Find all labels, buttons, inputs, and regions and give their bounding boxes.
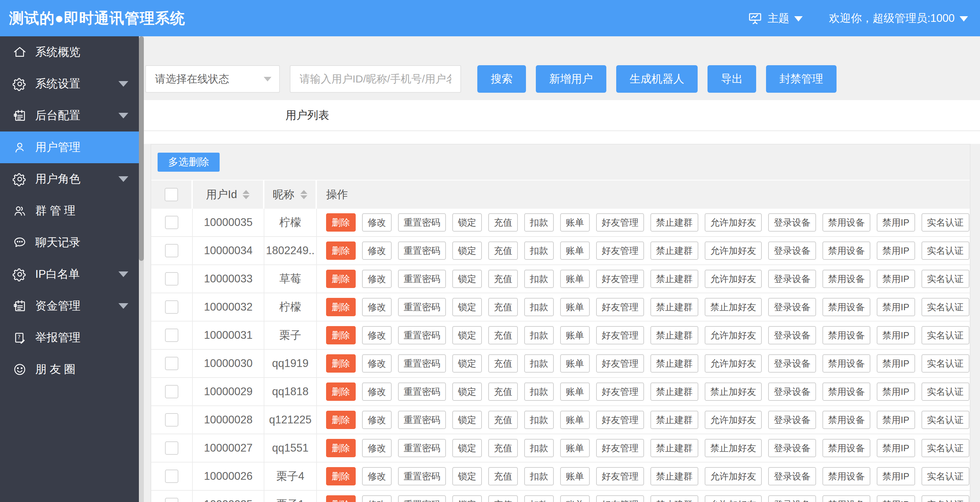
action-forbid-create-group-button[interactable]: 禁止建群 bbox=[651, 241, 698, 260]
action-login-device-button[interactable]: 登录设备 bbox=[768, 495, 816, 502]
sidebar-item-group-management[interactable]: 群 管 理 bbox=[0, 195, 139, 227]
action-disable-device-button[interactable]: 禁用设备 bbox=[822, 298, 870, 316]
action-friend-add-permission-button[interactable]: 禁止加好友 bbox=[705, 439, 762, 457]
action-delete-button[interactable]: 删除 bbox=[326, 241, 356, 260]
action-lock-button[interactable]: 锁定 bbox=[452, 354, 482, 373]
action-delete-button[interactable]: 删除 bbox=[326, 213, 356, 232]
action-friend-manage-button[interactable]: 好友管理 bbox=[596, 467, 644, 485]
action-deduct-button[interactable]: 扣款 bbox=[524, 411, 554, 429]
action-recharge-button[interactable]: 充值 bbox=[488, 467, 518, 485]
action-disable-device-button[interactable]: 禁用设备 bbox=[822, 439, 870, 457]
action-forbid-create-group-button[interactable]: 禁止建群 bbox=[651, 495, 698, 502]
action-recharge-button[interactable]: 充值 bbox=[488, 213, 518, 232]
action-delete-button[interactable]: 删除 bbox=[326, 467, 356, 485]
sort-icon[interactable] bbox=[300, 190, 307, 199]
action-delete-button[interactable]: 删除 bbox=[326, 383, 356, 401]
action-edit-button[interactable]: 修改 bbox=[362, 326, 391, 345]
action-disable-device-button[interactable]: 禁用设备 bbox=[822, 495, 870, 502]
action-bill-button[interactable]: 账单 bbox=[560, 354, 590, 373]
action-edit-button[interactable]: 修改 bbox=[362, 241, 391, 260]
action-login-device-button[interactable]: 登录设备 bbox=[768, 326, 816, 345]
action-edit-button[interactable]: 修改 bbox=[362, 439, 391, 457]
action-lock-button[interactable]: 锁定 bbox=[452, 411, 482, 429]
action-delete-button[interactable]: 删除 bbox=[326, 298, 356, 316]
row-checkbox[interactable] bbox=[165, 357, 178, 370]
action-lock-button[interactable]: 锁定 bbox=[452, 383, 482, 401]
action-delete-button[interactable]: 删除 bbox=[326, 270, 356, 288]
action-bill-button[interactable]: 账单 bbox=[560, 383, 590, 401]
row-checkbox[interactable] bbox=[165, 413, 178, 427]
action-reset-password-button[interactable]: 重置密码 bbox=[398, 213, 446, 232]
action-login-device-button[interactable]: 登录设备 bbox=[768, 298, 816, 316]
action-delete-button[interactable]: 删除 bbox=[326, 354, 356, 373]
action-edit-button[interactable]: 修改 bbox=[362, 354, 391, 373]
sidebar-item-report-management[interactable]: ? 举报管理 bbox=[0, 322, 139, 354]
action-friend-add-permission-button[interactable]: 允许加好友 bbox=[705, 495, 762, 502]
action-friend-add-permission-button[interactable]: 允许加好友 bbox=[705, 241, 762, 260]
action-friend-add-permission-button[interactable]: 允许加好友 bbox=[705, 467, 762, 485]
action-reset-password-button[interactable]: 重置密码 bbox=[398, 241, 446, 260]
action-friend-manage-button[interactable]: 好友管理 bbox=[596, 354, 644, 373]
action-forbid-create-group-button[interactable]: 禁止建群 bbox=[651, 467, 698, 485]
action-friend-manage-button[interactable]: 好友管理 bbox=[596, 270, 644, 288]
action-forbid-create-group-button[interactable]: 禁止建群 bbox=[651, 383, 698, 401]
action-lock-button[interactable]: 锁定 bbox=[452, 495, 482, 502]
action-bill-button[interactable]: 账单 bbox=[560, 270, 590, 288]
action-disable-device-button[interactable]: 禁用设备 bbox=[822, 270, 870, 288]
row-checkbox[interactable] bbox=[165, 216, 178, 229]
action-login-device-button[interactable]: 登录设备 bbox=[768, 439, 816, 457]
action-reset-password-button[interactable]: 重置密码 bbox=[398, 411, 446, 429]
column-header-user-id[interactable]: 用户Id bbox=[193, 181, 264, 209]
action-friend-add-permission-button[interactable]: 允许加好友 bbox=[705, 354, 762, 373]
action-bill-button[interactable]: 账单 bbox=[560, 298, 590, 316]
sidebar-item-user-roles[interactable]: 用户角色 bbox=[0, 163, 139, 195]
action-realname-auth-button[interactable]: 实名认证 bbox=[921, 495, 969, 502]
action-lock-button[interactable]: 锁定 bbox=[452, 467, 482, 485]
action-edit-button[interactable]: 修改 bbox=[362, 270, 391, 288]
action-bill-button[interactable]: 账单 bbox=[560, 439, 590, 457]
action-login-device-button[interactable]: 登录设备 bbox=[768, 411, 816, 429]
action-realname-auth-button[interactable]: 实名认证 bbox=[921, 354, 969, 373]
action-lock-button[interactable]: 锁定 bbox=[452, 270, 482, 288]
action-disable-ip-button[interactable]: 禁用IP bbox=[877, 383, 915, 401]
action-friend-manage-button[interactable]: 好友管理 bbox=[596, 439, 644, 457]
action-edit-button[interactable]: 修改 bbox=[362, 467, 391, 485]
sidebar-item-funds-management[interactable]: 资金管理 bbox=[0, 290, 139, 322]
action-disable-device-button[interactable]: 禁用设备 bbox=[822, 326, 870, 345]
ban-manage-button[interactable]: 封禁管理 bbox=[766, 65, 837, 93]
action-forbid-create-group-button[interactable]: 禁止建群 bbox=[651, 354, 698, 373]
action-disable-ip-button[interactable]: 禁用IP bbox=[877, 326, 915, 345]
action-forbid-create-group-button[interactable]: 禁止建群 bbox=[651, 439, 698, 457]
action-forbid-create-group-button[interactable]: 禁止建群 bbox=[651, 270, 698, 288]
action-login-device-button[interactable]: 登录设备 bbox=[768, 467, 816, 485]
action-disable-ip-button[interactable]: 禁用IP bbox=[877, 298, 915, 316]
action-delete-button[interactable]: 删除 bbox=[326, 326, 356, 345]
action-recharge-button[interactable]: 充值 bbox=[488, 495, 518, 502]
export-button[interactable]: 导出 bbox=[708, 65, 756, 93]
action-realname-auth-button[interactable]: 实名认证 bbox=[921, 467, 969, 485]
sidebar-item-chat-records[interactable]: 聊天记录 bbox=[0, 227, 139, 258]
action-reset-password-button[interactable]: 重置密码 bbox=[398, 354, 446, 373]
action-lock-button[interactable]: 锁定 bbox=[452, 439, 482, 457]
row-checkbox[interactable] bbox=[165, 244, 178, 257]
action-realname-auth-button[interactable]: 实名认证 bbox=[921, 213, 969, 232]
action-disable-ip-button[interactable]: 禁用IP bbox=[877, 241, 915, 260]
action-bill-button[interactable]: 账单 bbox=[560, 495, 590, 502]
row-checkbox[interactable] bbox=[165, 470, 178, 483]
action-realname-auth-button[interactable]: 实名认证 bbox=[921, 270, 969, 288]
action-recharge-button[interactable]: 充值 bbox=[488, 411, 518, 429]
action-recharge-button[interactable]: 充值 bbox=[488, 326, 518, 345]
action-realname-auth-button[interactable]: 实名认证 bbox=[921, 326, 969, 345]
action-deduct-button[interactable]: 扣款 bbox=[524, 467, 554, 485]
theme-menu[interactable]: 主题 bbox=[748, 11, 803, 26]
action-forbid-create-group-button[interactable]: 禁止建群 bbox=[651, 298, 698, 316]
sidebar-item-ip-whitelist[interactable]: IP白名单 bbox=[0, 258, 139, 290]
action-login-device-button[interactable]: 登录设备 bbox=[768, 270, 816, 288]
action-forbid-create-group-button[interactable]: 禁止建群 bbox=[651, 411, 698, 429]
action-deduct-button[interactable]: 扣款 bbox=[524, 326, 554, 345]
action-disable-device-button[interactable]: 禁用设备 bbox=[822, 383, 870, 401]
action-recharge-button[interactable]: 充值 bbox=[488, 270, 518, 288]
search-button[interactable]: 搜索 bbox=[477, 65, 526, 93]
action-recharge-button[interactable]: 充值 bbox=[488, 241, 518, 260]
action-delete-button[interactable]: 删除 bbox=[326, 439, 356, 457]
